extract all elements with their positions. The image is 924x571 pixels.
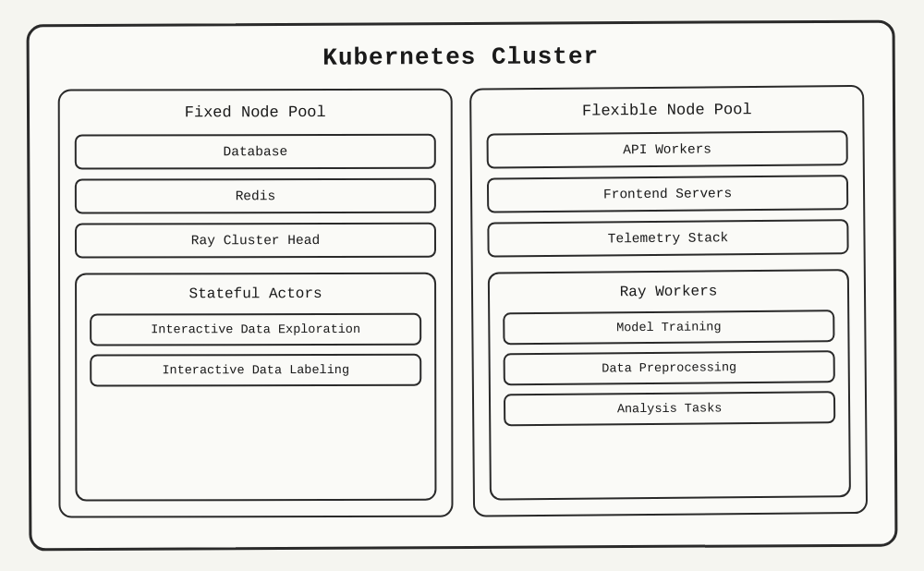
interactive-data-exploration-item: Interactive Data Exploration: [90, 313, 421, 346]
pools-row: Fixed Node Pool Database Redis Ray Clust…: [57, 86, 867, 519]
telemetry-stack-item: Telemetry Stack: [487, 219, 848, 257]
api-workers-item: API Workers: [487, 130, 848, 168]
ray-cluster-head-item: Ray Cluster Head: [75, 223, 436, 259]
fixed-pool-title: Fixed Node Pool: [75, 103, 436, 122]
flexible-pool-title: Flexible Node Pool: [486, 100, 847, 120]
redis-item: Redis: [75, 178, 436, 214]
database-item: Database: [75, 134, 436, 170]
data-preprocessing-item: Data Preprocessing: [504, 350, 835, 385]
interactive-data-labeling-item: Interactive Data Labeling: [90, 354, 421, 387]
model-training-item: Model Training: [503, 310, 834, 345]
ray-workers-pool: Ray Workers Model Training Data Preproce…: [488, 269, 851, 500]
ray-workers-title: Ray Workers: [503, 282, 834, 301]
main-title: Kubernetes Cluster: [57, 42, 865, 74]
kubernetes-cluster-container: Kubernetes Cluster Fixed Node Pool Datab…: [27, 20, 898, 552]
stateful-actors-title: Stateful Actors: [90, 286, 421, 303]
analysis-tasks-item: Analysis Tasks: [504, 391, 835, 426]
stateful-actors-pool: Stateful Actors Interactive Data Explora…: [75, 273, 436, 502]
flexible-node-pool: Flexible Node Pool API Workers Frontend …: [469, 85, 868, 517]
fixed-node-pool: Fixed Node Pool Database Redis Ray Clust…: [58, 89, 454, 518]
frontend-servers-item: Frontend Servers: [487, 175, 848, 213]
